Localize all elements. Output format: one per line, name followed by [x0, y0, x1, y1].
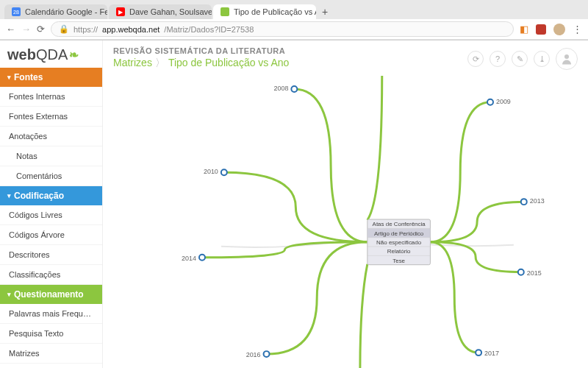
browser-tab-active[interactable]: Tipo de Publicação vs Ano × [213, 4, 316, 19]
graph-node-label: 2008 [273, 85, 288, 92]
graph-node[interactable] [521, 199, 527, 205]
action-icon[interactable]: ✎ [512, 51, 528, 67]
sidebar-section-header[interactable]: ▾Questionamento [0, 285, 102, 304]
tab-title: Calendário Google - Fevereiro [25, 7, 107, 16]
menu-icon[interactable]: ⋮ [573, 24, 582, 35]
url-prefix: https:// [74, 25, 98, 34]
graph-node-label: 2010 [204, 168, 218, 175]
browser-tabs: 28 Calendário Google - Fevereiro × ▶ Dav… [0, 0, 588, 19]
help-icon[interactable]: ? [490, 51, 506, 67]
sidebar-item[interactable]: Pesquisa Código [0, 364, 102, 368]
caret-down-icon: ▾ [7, 192, 11, 199]
main-content: REVISÃO SISTEMÁTICA DA LITERATURA Matriz… [103, 40, 588, 368]
graph-node[interactable] [487, 99, 493, 105]
sidebar-item[interactable]: Matrizes [0, 344, 102, 364]
user-avatar-icon[interactable] [556, 48, 578, 70]
center-item-label[interactable]: Artigo de Periódico [374, 230, 424, 237]
new-tab-button[interactable]: + [318, 4, 332, 19]
sidebar-item[interactable]: Comentários [0, 166, 102, 186]
graph-node[interactable] [199, 255, 205, 261]
caret-down-icon: ▾ [7, 74, 11, 81]
browser-tab[interactable]: 28 Calendário Google - Fevereiro × [4, 4, 107, 19]
browser-toolbar: ← → ⟳ 🔒 https://app.webqda.net/Matriz/Da… [0, 19, 588, 40]
sidebar-item[interactable]: Classificações [0, 265, 102, 285]
sidebar-section-header[interactable]: ▾Fontes [0, 68, 102, 87]
logo-web: web [7, 46, 36, 63]
url-host: app.webqda.net [102, 25, 159, 34]
back-icon[interactable]: ← [6, 24, 15, 35]
sidebar-item[interactable]: Anotações [0, 127, 102, 146]
sidebar-item[interactable]: Fontes Externas [0, 107, 102, 127]
center-item-label[interactable]: Não especificado [376, 239, 422, 246]
leaf-icon: ❧ [69, 48, 79, 62]
graph-node-label: 2014 [182, 255, 196, 262]
chevron-right-icon: 〉 [155, 57, 165, 68]
sidebar-section-header[interactable]: ▾Codificação [0, 186, 102, 205]
graph-node-label: 2009 [496, 98, 511, 105]
sidebar-section-label: Fontes [14, 72, 43, 82]
profile-avatar-icon[interactable] [553, 24, 565, 35]
sidebar-item[interactable]: Notas [0, 146, 102, 166]
logo[interactable]: webQDA❧ [0, 40, 102, 68]
browser-tab[interactable]: ▶ Dave Gahan, Soulsavers - × [109, 4, 212, 19]
lock-icon: 🔒 [59, 24, 69, 34]
tab-title: Tipo de Publicação vs Ano [234, 7, 316, 16]
graph-node[interactable] [476, 350, 481, 355]
sidebar-item[interactable]: Pesquisa Texto [0, 324, 102, 344]
graph-node-label: 2017 [484, 350, 499, 357]
url-bar[interactable]: 🔒 https://app.webqda.net/Matriz/Dados?ID… [51, 21, 514, 37]
svg-point-0 [564, 54, 569, 59]
logo-qda: QDA [36, 46, 68, 63]
breadcrumb-leaf: Tipo de Publicação vs Ano [168, 57, 289, 68]
extension-icon[interactable] [536, 24, 546, 35]
app-icon [220, 7, 229, 16]
graph-node-label: 2013 [530, 197, 545, 205]
sidebar-item[interactable]: Códigos Livres [0, 205, 102, 225]
breadcrumb-root[interactable]: Matrizes [113, 57, 152, 68]
center-item-label[interactable]: Tese [392, 258, 405, 264]
tab-title: Dave Gahan, Soulsavers - [129, 7, 212, 16]
graph-node-label: 2016 [246, 351, 261, 358]
graph-node[interactable] [264, 351, 270, 357]
caret-down-icon: ▾ [7, 291, 11, 298]
youtube-icon: ▶ [116, 7, 125, 16]
sidebar: webQDA❧ ▾FontesFontes InternasFontes Ext… [0, 40, 103, 368]
action-icon[interactable]: ⤓ [534, 51, 550, 67]
extension-icon[interactable]: ◧ [520, 24, 528, 35]
breadcrumb: Matrizes〉Tipo de Publicação vs Ano [113, 57, 289, 70]
center-item-label[interactable]: Atas de Conferência [373, 221, 426, 227]
url-path: /Matriz/Dados?ID=27538 [164, 25, 254, 34]
sidebar-item[interactable]: Fontes Internas [0, 87, 102, 107]
center-item-label[interactable]: Relatório [387, 248, 411, 255]
reload-icon[interactable]: ⟳ [37, 24, 45, 35]
graph-node[interactable] [518, 269, 524, 275]
sidebar-section-label: Codificação [14, 191, 64, 201]
page-subtitle: REVISÃO SISTEMÁTICA DA LITERATURA [113, 46, 289, 55]
graph-node[interactable] [221, 169, 227, 175]
graph-node[interactable] [291, 86, 297, 92]
graph-node-label: 2015 [527, 269, 542, 277]
forward-icon[interactable]: → [21, 24, 31, 35]
sidebar-item[interactable]: Códigos Árvore [0, 225, 102, 245]
sidebar-section-label: Questionamento [14, 289, 84, 300]
sidebar-item[interactable]: Palavras mais Frequentes [0, 304, 102, 324]
graph-canvas[interactable]: Atas de ConferênciaArtigo de PeriódicoNã… [103, 76, 588, 368]
reload-icon[interactable]: ⟳ [467, 51, 484, 67]
sidebar-item[interactable]: Descritores [0, 245, 102, 265]
calendar-icon: 28 [12, 7, 21, 16]
